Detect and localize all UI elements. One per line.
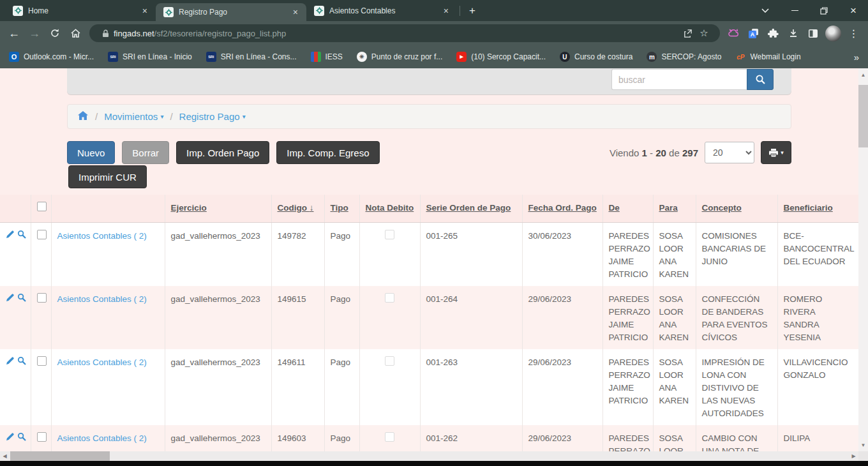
bookmarks-overflow-icon[interactable]: » (854, 52, 859, 63)
translate-extension-icon[interactable]: A (744, 23, 763, 43)
scroll-right-icon[interactable]: ▶ (849, 451, 858, 461)
bookmark-sri-inicio[interactable]: SRISRI en Línea - Inicio (108, 52, 192, 62)
close-window-button[interactable]: × (839, 0, 868, 21)
bookmark-punto-cruz[interactable]: ✳Punto de cruz por f... (357, 52, 442, 62)
tab-search-icon[interactable] (751, 0, 780, 21)
horizontal-scrollbar[interactable]: ◀ ▶ (0, 451, 858, 461)
header-de[interactable]: De (602, 195, 653, 222)
row-checkbox[interactable] (37, 230, 47, 239)
tab-home[interactable]: Home × (5, 0, 156, 21)
bookmark-webmail[interactable]: cPWebmail Login (735, 52, 800, 62)
new-tab-button[interactable]: + (463, 4, 482, 17)
vertical-scrollbar[interactable]: ▲ ▼ (858, 68, 868, 451)
breadcrumb: / Movimientos▾ / Registro Pago▾ (67, 104, 791, 129)
edit-icon[interactable] (6, 230, 15, 243)
paging-group: Viendo 1 - 20 de 297 20 ▾ (610, 141, 791, 164)
tab-close-icon[interactable]: × (442, 6, 451, 16)
view-icon[interactable] (17, 432, 26, 445)
profile-avatar[interactable] (825, 26, 841, 41)
scroll-left-icon[interactable]: ◀ (0, 451, 10, 461)
lock-icon[interactable] (97, 25, 114, 41)
header-fecha-ord-pago[interactable]: Fecha Ord. Pago (522, 195, 602, 222)
header-nota-debito[interactable]: Nota Debito (359, 195, 420, 222)
header-serie-orden-pago[interactable]: Serie Orden de Pago (420, 195, 522, 222)
bookmark-iess[interactable]: IESS (311, 52, 343, 62)
minimize-button[interactable] (780, 0, 809, 21)
tab-registro-pago[interactable]: Registro Pago × (156, 3, 306, 21)
cell-fecha: 29/06/2023 (522, 425, 602, 452)
row-checkbox[interactable] (37, 293, 47, 303)
cell-serie: 001-264 (420, 286, 522, 349)
imprimir-cur-button[interactable]: Imprimir CUR (68, 165, 147, 188)
moodle-icon: m (647, 52, 657, 62)
horizontal-scrollbar-thumb[interactable] (10, 451, 110, 461)
reload-icon[interactable] (45, 23, 65, 43)
tab-title: Registro Pago (179, 8, 286, 17)
tab-separator (460, 6, 460, 16)
bookmark-label: SRI en Línea - Cons... (221, 52, 297, 61)
cell-select (31, 286, 51, 349)
extensions-puzzle-icon[interactable] (763, 23, 783, 43)
breadcrumb-home-icon[interactable] (78, 111, 89, 123)
tab-close-icon[interactable]: × (291, 7, 300, 17)
print-button[interactable]: ▾ (761, 141, 791, 164)
view-icon[interactable] (17, 293, 26, 306)
row-checkbox[interactable] (37, 432, 47, 442)
tab-close-icon[interactable]: × (140, 6, 149, 16)
menu-kebab-icon[interactable]: ⋮ (844, 23, 864, 43)
view-icon[interactable] (17, 356, 26, 369)
header-concepto[interactable]: Concepto (696, 195, 777, 222)
address-bar[interactable]: fingads.net/sf2/tesoreria/registro_pago_… (89, 24, 720, 42)
search-button[interactable] (747, 69, 774, 90)
nuevo-button[interactable]: Nuevo (67, 141, 115, 164)
select-all-checkbox[interactable] (37, 202, 47, 211)
header-tipo[interactable]: Tipo (324, 195, 359, 222)
asientos-contables-link[interactable]: Asientos Contables ( 2) (57, 231, 147, 241)
bookmark-sri-consultas[interactable]: SRISRI en Línea - Cons... (206, 52, 297, 62)
side-panel-icon[interactable] (803, 23, 823, 43)
forward-icon[interactable]: → (24, 23, 45, 43)
bookmark-label: SERCOP: Agosto (661, 52, 721, 61)
bookmark-outlook[interactable]: OOutlook.com - Micr... (9, 52, 94, 62)
bookmark-star-icon[interactable]: ☆ (696, 25, 712, 41)
imp-orden-pago-button[interactable]: Imp. Orden Pago (176, 141, 269, 164)
cell-asientos: Asientos Contables ( 2) (51, 349, 165, 425)
edit-icon[interactable] (6, 432, 15, 445)
restore-button[interactable] (809, 0, 839, 21)
header-beneficiario[interactable]: Beneficiario (777, 195, 858, 222)
cloud-extension-icon[interactable] (724, 23, 744, 43)
row-checkbox[interactable] (37, 356, 47, 366)
cell-beneficiario: DILIPA (777, 425, 858, 452)
breadcrumb-separator: / (95, 111, 98, 122)
bookmark-curso-costura[interactable]: UCurso de costura (560, 52, 632, 62)
bookmark-sercop-youtube[interactable]: ▶(10) Sercop Capacit... (456, 52, 546, 62)
scroll-down-icon[interactable]: ▼ (858, 440, 868, 450)
header-codigo[interactable]: Codigo ↓ (271, 195, 324, 222)
header-para[interactable]: Para (653, 195, 696, 222)
page-size-select[interactable]: 20 (705, 142, 754, 163)
tab-asientos-contables[interactable]: Asientos Contables × (306, 0, 457, 21)
bookmark-label: Curso de costura (574, 52, 632, 61)
back-icon[interactable]: ← (4, 23, 24, 43)
breadcrumb-registro-pago[interactable]: Registro Pago▾ (179, 111, 246, 122)
edit-icon[interactable] (6, 293, 15, 306)
downloads-icon[interactable] (783, 23, 803, 43)
header-panel (67, 68, 791, 94)
breadcrumb-movimientos[interactable]: Movimientos▾ (104, 111, 163, 122)
asientos-contables-link[interactable]: Asientos Contables ( 2) (57, 294, 147, 304)
search-input[interactable] (611, 69, 747, 90)
edit-icon[interactable] (6, 356, 15, 369)
tab-title: Home (28, 6, 135, 15)
table-row: Asientos Contables ( 2) gad_vallehermos_… (0, 349, 858, 425)
bookmark-sercop-agosto[interactable]: mSERCOP: Agosto (647, 52, 721, 62)
home-icon[interactable] (65, 23, 86, 43)
borrar-button[interactable]: Borrar (122, 141, 169, 164)
vertical-scrollbar-thumb[interactable] (858, 85, 868, 147)
asientos-contables-link[interactable]: Asientos Contables ( 2) (57, 357, 147, 367)
asientos-contables-link[interactable]: Asientos Contables ( 2) (57, 433, 147, 443)
header-ejercicio[interactable]: Ejercicio (165, 195, 271, 222)
view-icon[interactable] (17, 230, 26, 243)
imp-comp-egreso-button[interactable]: Imp. Comp. Egreso (276, 141, 379, 164)
scroll-up-icon[interactable]: ▲ (858, 70, 868, 80)
share-icon[interactable] (679, 25, 696, 41)
